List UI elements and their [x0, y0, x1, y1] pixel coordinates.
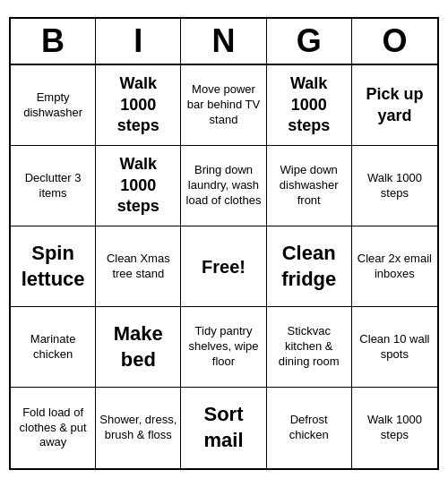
bingo-grid: Empty dishwasherWalk 1000 stepsMove powe…: [11, 65, 437, 468]
bingo-cell-12[interactable]: Free!: [181, 226, 266, 307]
bingo-cell-22[interactable]: Sort mail: [181, 388, 266, 468]
bingo-cell-24[interactable]: Walk 1000 steps: [352, 388, 437, 468]
bingo-cell-4[interactable]: Pick up yard: [352, 65, 437, 146]
bingo-cell-1[interactable]: Walk 1000 steps: [96, 65, 181, 146]
header-letter-b: B: [11, 19, 96, 64]
bingo-cell-15[interactable]: Marinate chicken: [11, 307, 96, 388]
bingo-cell-13[interactable]: Clean fridge: [267, 226, 352, 307]
bingo-cell-21[interactable]: Shower, dress, brush & floss: [96, 388, 181, 468]
bingo-cell-2[interactable]: Move power bar behind TV stand: [181, 65, 266, 146]
bingo-cell-9[interactable]: Walk 1000 steps: [352, 146, 437, 226]
bingo-cell-18[interactable]: Stickvac kitchen & dining room: [267, 307, 352, 388]
bingo-cell-7[interactable]: Bring down laundry, wash load of clothes: [181, 146, 266, 226]
header-letter-g: G: [267, 19, 352, 64]
bingo-header: BINGO: [11, 19, 437, 65]
bingo-card: BINGO Empty dishwasherWalk 1000 stepsMov…: [9, 17, 439, 470]
bingo-cell-11[interactable]: Clean Xmas tree stand: [96, 226, 181, 307]
bingo-cell-6[interactable]: Walk 1000 steps: [96, 146, 181, 226]
header-letter-n: N: [181, 19, 266, 64]
bingo-cell-0[interactable]: Empty dishwasher: [11, 65, 96, 146]
header-letter-o: O: [352, 19, 437, 64]
bingo-cell-17[interactable]: Tidy pantry shelves, wipe floor: [181, 307, 266, 388]
bingo-cell-8[interactable]: Wipe down dishwasher front: [267, 146, 352, 226]
bingo-cell-19[interactable]: Clean 10 wall spots: [352, 307, 437, 388]
header-letter-i: I: [96, 19, 181, 64]
bingo-cell-3[interactable]: Walk 1000 steps: [267, 65, 352, 146]
bingo-cell-10[interactable]: Spin lettuce: [11, 226, 96, 307]
bingo-cell-14[interactable]: Clear 2x email inboxes: [352, 226, 437, 307]
bingo-cell-23[interactable]: Defrost chicken: [267, 388, 352, 468]
bingo-cell-16[interactable]: Make bed: [96, 307, 181, 388]
bingo-cell-20[interactable]: Fold load of clothes & put away: [11, 388, 96, 468]
bingo-cell-5[interactable]: Declutter 3 items: [11, 146, 96, 226]
